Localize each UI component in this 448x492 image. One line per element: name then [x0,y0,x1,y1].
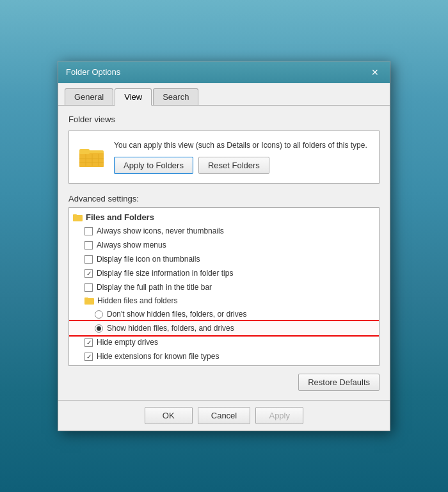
checkbox-icons[interactable] [84,227,93,235]
list-item: Show hidden files, folders, and drives [69,321,379,335]
tab-bar: General View Search [58,83,390,106]
item-label: Always show icons, never thumbnails [97,225,224,237]
dialog-title: Folder Options [66,67,120,77]
list-item: Always show icons, never thumbnails [69,224,379,238]
item-label: Hide empty drives [97,337,158,348]
folder-views-description: You can apply this view (such as Details… [114,140,369,151]
dialog-footer: OK Cancel Apply [58,400,390,431]
svg-rect-2 [79,149,90,154]
item-label: Show hidden files, folders, and drives [107,322,234,334]
checkbox-hide-extensions[interactable] [84,353,93,361]
subgroup-label: Hidden files and folders [97,296,177,305]
checkbox-hide-empty-drives[interactable] [84,338,93,347]
list-item: Don't show hidden files, folders, or dri… [69,307,379,321]
list-item: Hide extensions for known file types [69,349,379,363]
group-label: Files and Folders [86,212,154,222]
tab-view[interactable]: View [115,88,152,106]
hidden-files-subgroup: Hidden files and folders [69,294,379,307]
folder-sub-icon [84,296,95,305]
checkbox-menus[interactable] [84,241,93,250]
item-label: Display file icon on thumbnails [97,253,200,265]
item-label: Hide extensions for known file types [97,351,219,362]
folder-icon [79,145,105,168]
checkbox-full-path[interactable] [84,283,93,292]
folder-group-icon [73,213,83,222]
reset-folders-button[interactable]: Reset Folders [198,157,269,174]
folder-views-label: Folder views [68,115,380,124]
tab-search[interactable]: Search [153,88,198,105]
radio-show-hidden[interactable] [95,324,103,333]
list-item: Hide folder merge conflicts [69,363,379,366]
list-item: Display the full path in the title bar [69,280,379,294]
list-item: Hide empty drives [69,335,379,349]
title-bar: Folder Options ✕ [58,61,390,83]
apply-button[interactable]: Apply [255,407,303,424]
restore-defaults-row: Restore Defaults [68,374,380,391]
settings-list: Files and Folders Always show icons, nev… [68,207,380,366]
svg-rect-11 [84,298,88,299]
checkbox-file-icon[interactable] [84,255,93,264]
files-and-folders-group: Files and Folders [69,210,379,224]
dialog-content: Folder views You can apply this view (su… [58,106,390,401]
radio-dont-show[interactable] [95,310,103,319]
ok-button[interactable]: OK [145,407,193,424]
folder-views-buttons: Apply to Folders Reset Folders [114,157,369,174]
item-label: Display the full path in the title bar [97,282,212,293]
restore-defaults-button[interactable]: Restore Defaults [298,374,380,391]
svg-rect-1 [79,153,104,167]
advanced-settings-label: Advanced settings: [68,194,380,203]
item-label: Always show menus [97,239,166,251]
item-label: Display file size information in folder … [97,267,233,279]
list-item: Always show menus [69,238,379,252]
item-label: Don't show hidden files, folders, or dri… [107,308,246,320]
folder-views-box: You can apply this view (such as Details… [68,131,380,184]
cancel-button[interactable]: Cancel [198,407,250,424]
svg-rect-9 [73,214,77,216]
tab-general[interactable]: General [65,88,113,105]
list-item: Display file size information in folder … [69,266,379,280]
close-button[interactable]: ✕ [368,65,382,79]
list-item: Display file icon on thumbnails [69,252,379,266]
folder-views-right: You can apply this view (such as Details… [114,140,369,175]
checkbox-file-size[interactable] [84,269,93,278]
apply-to-folders-button[interactable]: Apply to Folders [114,157,193,174]
item-label: Hide folder merge conflicts [97,365,188,366]
folder-options-dialog: Folder Options ✕ General View Search Fol… [58,61,390,432]
